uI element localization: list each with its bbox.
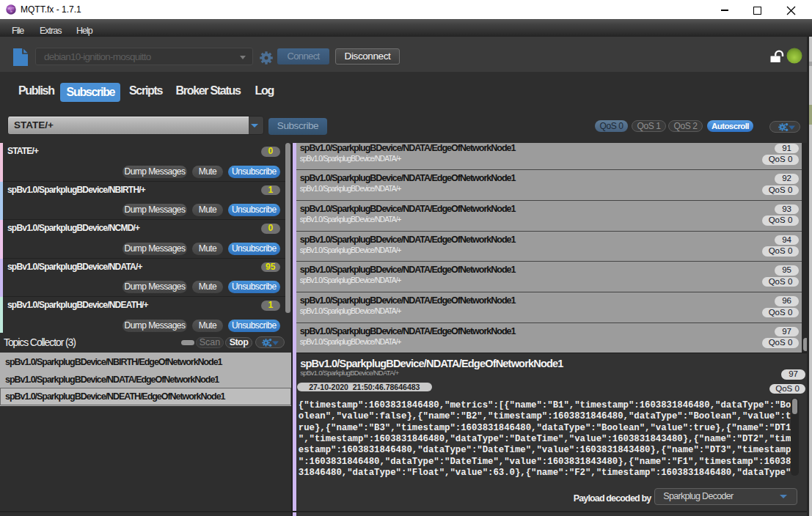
svg-text:.fx: .fx — [10, 10, 12, 13]
